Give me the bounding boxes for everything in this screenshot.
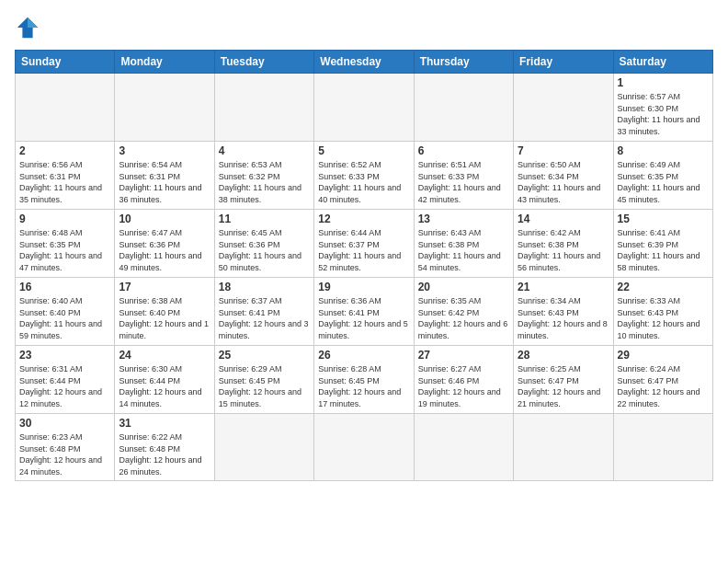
calendar-cell: 9Sunrise: 6:48 AMSunset: 6:35 PMDaylight… xyxy=(16,210,115,278)
calendar-week-row: 2Sunrise: 6:56 AMSunset: 6:31 PMDaylight… xyxy=(16,142,713,210)
sun-info: Sunrise: 6:42 AMSunset: 6:38 PMDaylight:… xyxy=(518,227,609,273)
calendar-week-row: 9Sunrise: 6:48 AMSunset: 6:35 PMDaylight… xyxy=(16,210,713,278)
calendar-week-row: 23Sunrise: 6:31 AMSunset: 6:44 PMDayligh… xyxy=(16,346,713,414)
sun-info: Sunrise: 6:57 AMSunset: 6:30 PMDaylight:… xyxy=(618,91,709,137)
day-number: 24 xyxy=(119,349,210,362)
calendar-cell: 25Sunrise: 6:29 AMSunset: 6:45 PMDayligh… xyxy=(214,346,313,414)
calendar-cell: 5Sunrise: 6:52 AMSunset: 6:33 PMDaylight… xyxy=(314,142,414,210)
sun-info: Sunrise: 6:24 AMSunset: 6:47 PMDaylight:… xyxy=(618,363,709,409)
sun-info: Sunrise: 6:50 AMSunset: 6:34 PMDaylight:… xyxy=(518,159,609,205)
calendar-week-row: 1Sunrise: 6:57 AMSunset: 6:30 PMDaylight… xyxy=(16,74,713,142)
calendar-cell: 10Sunrise: 6:47 AMSunset: 6:36 PMDayligh… xyxy=(115,210,214,278)
calendar-week-row: 16Sunrise: 6:40 AMSunset: 6:40 PMDayligh… xyxy=(16,278,713,346)
day-number: 13 xyxy=(418,213,509,225)
calendar-cell xyxy=(414,414,513,481)
calendar-cell: 8Sunrise: 6:49 AMSunset: 6:35 PMDaylight… xyxy=(613,142,712,210)
sun-info: Sunrise: 6:28 AMSunset: 6:45 PMDaylight:… xyxy=(318,363,409,409)
logo-icon xyxy=(15,15,40,40)
calendar-cell: 20Sunrise: 6:35 AMSunset: 6:42 PMDayligh… xyxy=(414,278,513,346)
sun-info: Sunrise: 6:29 AMSunset: 6:45 PMDaylight:… xyxy=(219,363,310,409)
calendar-cell: 26Sunrise: 6:28 AMSunset: 6:45 PMDayligh… xyxy=(314,346,414,414)
calendar-cell: 7Sunrise: 6:50 AMSunset: 6:34 PMDaylight… xyxy=(514,142,613,210)
calendar-cell: 3Sunrise: 6:54 AMSunset: 6:31 PMDaylight… xyxy=(115,142,214,210)
calendar-cell xyxy=(314,74,414,142)
sun-info: Sunrise: 6:38 AMSunset: 6:40 PMDaylight:… xyxy=(119,295,210,341)
calendar-cell: 1Sunrise: 6:57 AMSunset: 6:30 PMDaylight… xyxy=(613,74,712,142)
calendar-cell: 21Sunrise: 6:34 AMSunset: 6:43 PMDayligh… xyxy=(514,278,613,346)
day-number: 19 xyxy=(318,281,409,293)
day-number: 14 xyxy=(518,213,609,225)
calendar-cell xyxy=(214,414,313,481)
calendar-cell: 4Sunrise: 6:53 AMSunset: 6:32 PMDaylight… xyxy=(214,142,313,210)
calendar-cell: 22Sunrise: 6:33 AMSunset: 6:43 PMDayligh… xyxy=(613,278,712,346)
calendar-cell: 23Sunrise: 6:31 AMSunset: 6:44 PMDayligh… xyxy=(16,346,115,414)
calendar-cell: 2Sunrise: 6:56 AMSunset: 6:31 PMDaylight… xyxy=(16,142,115,210)
sun-info: Sunrise: 6:31 AMSunset: 6:44 PMDaylight:… xyxy=(19,363,110,409)
day-number: 22 xyxy=(618,281,709,293)
svg-marker-1 xyxy=(28,17,38,28)
sun-info: Sunrise: 6:35 AMSunset: 6:42 PMDaylight:… xyxy=(418,295,509,341)
sun-info: Sunrise: 6:53 AMSunset: 6:32 PMDaylight:… xyxy=(219,159,310,205)
day-number: 21 xyxy=(518,281,609,293)
calendar-cell: 29Sunrise: 6:24 AMSunset: 6:47 PMDayligh… xyxy=(613,346,712,414)
calendar-cell: 24Sunrise: 6:30 AMSunset: 6:44 PMDayligh… xyxy=(115,346,214,414)
day-number: 2 xyxy=(19,144,110,157)
calendar-cell: 11Sunrise: 6:45 AMSunset: 6:36 PMDayligh… xyxy=(214,210,313,278)
sun-info: Sunrise: 6:44 AMSunset: 6:37 PMDaylight:… xyxy=(318,227,409,273)
sun-info: Sunrise: 6:48 AMSunset: 6:35 PMDaylight:… xyxy=(19,227,110,273)
calendar-cell: 18Sunrise: 6:37 AMSunset: 6:41 PMDayligh… xyxy=(214,278,313,346)
page: SundayMondayTuesdayWednesdayThursdayFrid… xyxy=(0,0,728,563)
weekday-header: Friday xyxy=(514,51,613,74)
sun-info: Sunrise: 6:40 AMSunset: 6:40 PMDaylight:… xyxy=(19,295,110,341)
day-number: 12 xyxy=(318,213,409,225)
calendar-cell xyxy=(115,74,214,142)
calendar-cell: 16Sunrise: 6:40 AMSunset: 6:40 PMDayligh… xyxy=(16,278,115,346)
calendar-cell xyxy=(314,414,414,481)
calendar-table: SundayMondayTuesdayWednesdayThursdayFrid… xyxy=(15,50,713,481)
day-number: 3 xyxy=(119,144,210,157)
sun-info: Sunrise: 6:25 AMSunset: 6:47 PMDaylight:… xyxy=(518,363,609,409)
day-number: 31 xyxy=(119,417,210,430)
day-number: 20 xyxy=(418,281,509,293)
calendar-cell: 13Sunrise: 6:43 AMSunset: 6:38 PMDayligh… xyxy=(414,210,513,278)
calendar-cell xyxy=(214,74,313,142)
sun-info: Sunrise: 6:49 AMSunset: 6:35 PMDaylight:… xyxy=(618,159,709,205)
calendar-cell: 30Sunrise: 6:23 AMSunset: 6:48 PMDayligh… xyxy=(16,414,115,481)
header xyxy=(15,15,713,40)
day-number: 30 xyxy=(19,417,110,430)
calendar-cell xyxy=(514,414,613,481)
day-number: 6 xyxy=(418,144,509,157)
day-number: 28 xyxy=(518,349,609,362)
calendar-week-row: 30Sunrise: 6:23 AMSunset: 6:48 PMDayligh… xyxy=(16,414,713,481)
weekday-header: Monday xyxy=(115,51,214,74)
sun-info: Sunrise: 6:23 AMSunset: 6:48 PMDaylight:… xyxy=(19,431,110,477)
day-number: 16 xyxy=(19,281,110,293)
sun-info: Sunrise: 6:41 AMSunset: 6:39 PMDaylight:… xyxy=(618,227,709,273)
calendar-cell: 15Sunrise: 6:41 AMSunset: 6:39 PMDayligh… xyxy=(613,210,712,278)
sun-info: Sunrise: 6:54 AMSunset: 6:31 PMDaylight:… xyxy=(119,159,210,205)
day-number: 15 xyxy=(618,213,709,225)
day-number: 10 xyxy=(119,213,210,225)
weekday-header: Tuesday xyxy=(214,51,313,74)
calendar-cell: 19Sunrise: 6:36 AMSunset: 6:41 PMDayligh… xyxy=(314,278,414,346)
day-number: 26 xyxy=(318,349,409,362)
calendar-cell: 14Sunrise: 6:42 AMSunset: 6:38 PMDayligh… xyxy=(514,210,613,278)
day-number: 11 xyxy=(219,213,310,225)
calendar-cell: 17Sunrise: 6:38 AMSunset: 6:40 PMDayligh… xyxy=(115,278,214,346)
sun-info: Sunrise: 6:51 AMSunset: 6:33 PMDaylight:… xyxy=(418,159,509,205)
day-number: 25 xyxy=(219,349,310,362)
calendar-cell: 6Sunrise: 6:51 AMSunset: 6:33 PMDaylight… xyxy=(414,142,513,210)
weekday-header-row: SundayMondayTuesdayWednesdayThursdayFrid… xyxy=(16,51,713,74)
calendar-cell: 12Sunrise: 6:44 AMSunset: 6:37 PMDayligh… xyxy=(314,210,414,278)
sun-info: Sunrise: 6:33 AMSunset: 6:43 PMDaylight:… xyxy=(618,295,709,341)
day-number: 23 xyxy=(19,349,110,362)
calendar-cell: 28Sunrise: 6:25 AMSunset: 6:47 PMDayligh… xyxy=(514,346,613,414)
day-number: 7 xyxy=(518,144,609,157)
day-number: 9 xyxy=(19,213,110,225)
sun-info: Sunrise: 6:37 AMSunset: 6:41 PMDaylight:… xyxy=(219,295,310,341)
day-number: 8 xyxy=(618,144,709,157)
weekday-header: Wednesday xyxy=(314,51,414,74)
day-number: 27 xyxy=(418,349,509,362)
calendar-cell xyxy=(414,74,513,142)
day-number: 5 xyxy=(318,144,409,157)
